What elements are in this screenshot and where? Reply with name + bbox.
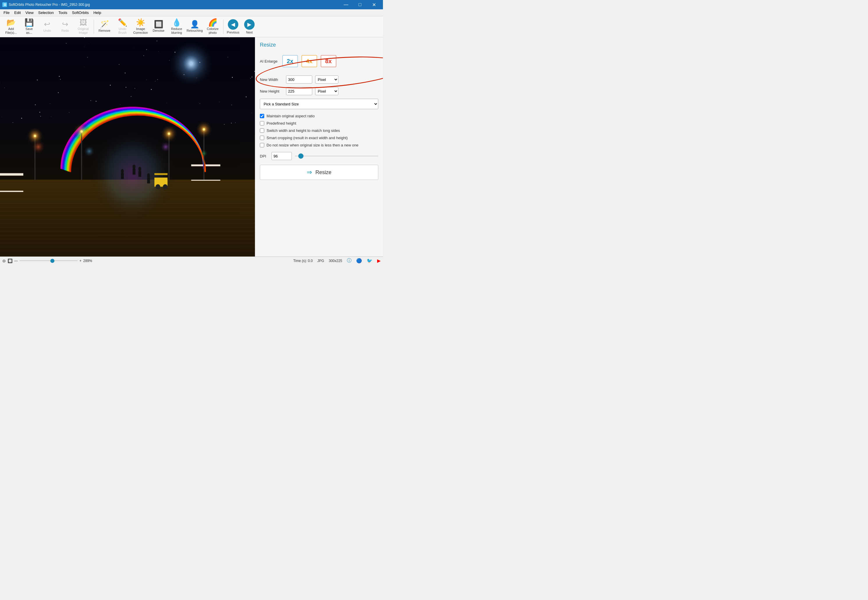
youtube-icon[interactable]: ▶ (377, 258, 381, 264)
facebook-icon[interactable]: 🔵 (356, 258, 362, 264)
retouching-button[interactable]: 👤 Retouching (186, 18, 203, 36)
switch-width-height-checkbox[interactable] (260, 129, 264, 133)
status-bar-left: ⊖ 🔲 — + 289% (2, 259, 289, 263)
add-files-icon: 📂 (6, 19, 16, 26)
smart-cropping-label[interactable]: Smart cropping (result in exact width an… (266, 136, 348, 140)
previous-icon: ◀ (228, 19, 238, 30)
maintain-aspect-checkbox[interactable] (260, 114, 264, 118)
predefined-height-label[interactable]: Predefined height (266, 121, 296, 126)
denoise-button[interactable]: 🔲 Denoise (150, 18, 167, 36)
enlarge-8x-button[interactable]: 8x (321, 55, 336, 67)
height-unit-select[interactable]: Pixel % cm inch (315, 87, 339, 95)
dpi-label: DPI (260, 154, 269, 158)
menu-edit[interactable]: Edit (12, 10, 23, 15)
next-label: Next (246, 30, 253, 34)
add-files-button[interactable]: 📂 AddFile(s)... (2, 18, 20, 36)
ai-enlarge-label: AI Enlarge (260, 59, 278, 64)
panel-title: Resize (260, 42, 378, 48)
colorize-photo-button[interactable]: 🌈 Colorizephoto (204, 18, 221, 36)
previous-label: Previous (227, 30, 239, 34)
status-bar-right: Time (s): 0.0 JPG 300x225 ⓘ 🔵 🐦 ▶ (293, 258, 381, 264)
main-content: Resize AI Enlarge 2x 4x 8x New Width Pix… (0, 37, 383, 256)
maintain-aspect-label[interactable]: Maintain original aspect ratio (266, 114, 315, 118)
zoom-plus-label: + (79, 259, 82, 263)
switch-width-height-label[interactable]: Switch width and height to match long si… (266, 129, 340, 133)
menu-bar: File Edit View Selection Tools SoftOrbit… (0, 9, 383, 16)
original-image-button[interactable]: 🖼 OriginalImage (74, 18, 92, 36)
window-controls: — □ ✕ (339, 0, 381, 9)
original-image-label: OriginalImage (78, 27, 89, 35)
twitter-icon[interactable]: 🐦 (367, 258, 372, 264)
standard-size-select[interactable]: Pick a Standard Size 800x600 1024x768 12… (260, 99, 378, 109)
predefined-height-checkbox[interactable] (260, 121, 264, 126)
window-title: SoftOrbits Photo Retoucher Pro - IMG_295… (9, 3, 90, 7)
zoom-slider[interactable] (20, 260, 78, 261)
menu-help[interactable]: Help (91, 10, 104, 15)
undo-label: Undo (43, 29, 51, 33)
zoom-minus-label: — (14, 259, 18, 263)
menu-tools[interactable]: Tools (56, 10, 70, 15)
title-bar: 🖼 SoftOrbits Photo Retoucher Pro - IMG_2… (0, 0, 383, 9)
image-correction-icon: ☀️ (136, 19, 145, 26)
close-button[interactable]: ✕ (367, 0, 381, 9)
maximize-button[interactable]: □ (353, 0, 367, 9)
dpi-input[interactable] (272, 152, 292, 160)
remove-button[interactable]: 🪄 Remove (96, 18, 113, 36)
no-resize-smaller-checkbox[interactable] (260, 143, 264, 147)
retouching-label: Retouching (186, 29, 203, 33)
page-icon: 🔲 (8, 259, 12, 263)
image-canvas[interactable] (0, 37, 255, 256)
redo-label: Redo (61, 29, 69, 33)
toolbar: 📂 AddFile(s)... 💾 Saveas... ↩ Undo ↪ Red… (0, 16, 383, 37)
redo-button[interactable]: ↪ Redo (56, 18, 74, 36)
minimize-button[interactable]: — (339, 0, 353, 9)
next-button[interactable]: ▶ Next (242, 18, 257, 36)
colorize-icon: 🌈 (208, 19, 217, 26)
dpi-slider[interactable] (295, 156, 378, 157)
separator-1 (94, 20, 94, 34)
resize-panel: Resize AI Enlarge 2x 4x 8x New Width Pix… (255, 37, 383, 256)
format-label: JPG (318, 259, 324, 263)
dpi-row: DPI (260, 152, 378, 160)
redo-icon: ↪ (62, 20, 68, 28)
time-label: Time (s): 0.0 (293, 259, 313, 263)
menu-selection[interactable]: Selection (36, 10, 56, 15)
no-resize-smaller-label[interactable]: Do not resize when original size is less… (266, 143, 358, 147)
new-width-label: New Width (260, 77, 283, 82)
new-height-label: New Height (260, 89, 283, 94)
ai-enlarge-row: AI Enlarge 2x 4x 8x (260, 55, 378, 67)
menu-softorbits[interactable]: SoftOrbits (70, 10, 91, 15)
status-bar: ⊖ 🔲 — + 289% Time (s): 0.0 JPG 300x225 ⓘ… (0, 256, 383, 265)
enlarge-4x-button[interactable]: 4x (301, 55, 317, 67)
height-row: New Height Pixel % cm inch (260, 87, 378, 95)
undo-button[interactable]: ↩ Undo (38, 18, 56, 36)
denoise-label: Denoise (153, 29, 165, 33)
info-icon[interactable]: ⓘ (347, 258, 351, 264)
resize-button-label: Resize (315, 170, 331, 176)
menu-file[interactable]: File (1, 10, 12, 15)
image-correction-button[interactable]: ☀️ ImageCorrection (132, 18, 149, 36)
undo-icon: ↩ (44, 20, 50, 28)
remove-icon: 🪄 (100, 20, 109, 28)
reduce-blurring-button[interactable]: 💧 Reduceblurring (168, 18, 185, 36)
menu-view[interactable]: View (23, 10, 36, 15)
retouching-icon: 👤 (190, 20, 199, 28)
width-unit-select[interactable]: Pixel % cm inch (315, 76, 339, 83)
undo-brush-label: UndoBrush (118, 27, 127, 35)
original-image-icon: 🖼 (79, 19, 87, 26)
night-scene (0, 37, 255, 256)
zoom-icon-minus: ⊖ (2, 259, 6, 263)
height-input[interactable] (286, 87, 312, 95)
save-as-button[interactable]: 💾 Saveas... (20, 18, 38, 36)
denoise-icon: 🔲 (154, 20, 163, 28)
ai-enlarge-section: AI Enlarge 2x 4x 8x (260, 53, 378, 76)
width-input[interactable] (286, 76, 312, 83)
enlarge-2x-button[interactable]: 2x (282, 55, 298, 67)
reduce-blurring-label: Reduceblurring (171, 27, 182, 35)
undo-brush-button[interactable]: ✏️ UndoBrush (114, 18, 131, 36)
smart-cropping-checkbox[interactable] (260, 136, 264, 140)
reduce-blurring-icon: 💧 (172, 19, 181, 26)
previous-button[interactable]: ◀ Previous (225, 18, 241, 36)
app-icon: 🖼 (2, 2, 7, 7)
resize-button[interactable]: ⇒ Resize (260, 165, 378, 180)
